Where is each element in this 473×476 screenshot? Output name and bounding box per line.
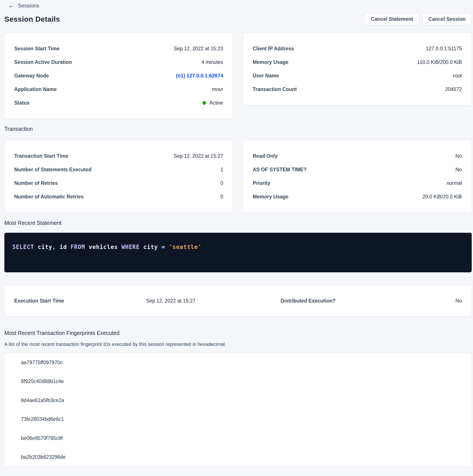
statement-execution-card: Execution Start TimeSep 12, 2022 at 15:2… bbox=[4, 285, 472, 316]
fingerprints-description: A list of the most recent transaction fi… bbox=[4, 341, 472, 347]
distributed-execution-pair: Distributed Execution?No bbox=[281, 298, 462, 304]
fingerprint-id: 8f920c40d88b1c4e bbox=[5, 372, 472, 391]
card-row: Memory Usage20.0 KiB/20.0 KiB bbox=[253, 190, 462, 204]
row-label: Read Only bbox=[253, 153, 277, 159]
row-label: Gateway Node bbox=[14, 73, 49, 79]
row-value: 110.0 KiB/200.0 KiB bbox=[417, 59, 462, 65]
row-label: Transaction Start Time bbox=[14, 153, 68, 159]
card-row: AS OF SYSTEM TIME?No bbox=[253, 163, 462, 176]
card-row: Memory Usage110.0 KiB/200.0 KiB bbox=[253, 55, 462, 69]
fingerprints-card: aa79775ff097970c8f920c40d88b1c4e8d4ae61a… bbox=[4, 353, 472, 467]
card-row: Prioritynormal bbox=[253, 176, 462, 190]
section-title-transaction: Transaction bbox=[4, 126, 472, 132]
sql-token: vehicles bbox=[85, 244, 122, 250]
row-label: Number of Automatic Retries bbox=[14, 194, 83, 200]
card-row: Number of Retries0 bbox=[14, 176, 223, 190]
back-link-label: Sessions bbox=[18, 3, 39, 9]
row-label: Client IP Address bbox=[253, 46, 294, 52]
row-label: Priority bbox=[253, 180, 270, 186]
card-row: Number of Statements Executed1 bbox=[14, 163, 223, 176]
card-row: Session Start TimeSep 12, 2022 at 15:23 bbox=[14, 42, 223, 55]
sql-token: SELECT bbox=[12, 244, 34, 250]
execution-start-pair: Execution Start TimeSep 12, 2022 at 15:2… bbox=[14, 298, 196, 304]
overview-section: Session Start TimeSep 12, 2022 at 15:23S… bbox=[4, 33, 472, 119]
transaction-details-card: Transaction Start TimeSep 12, 2022 at 15… bbox=[4, 140, 233, 213]
session-details-page: ← Sessions Session Details Cancel Statem… bbox=[4, 0, 472, 467]
cancel-session-button[interactable]: Cancel Session bbox=[422, 13, 472, 25]
row-value: 0 bbox=[220, 194, 223, 200]
card-row: Read OnlyNo bbox=[253, 149, 462, 163]
status-label: Active bbox=[209, 100, 223, 106]
sql-token: city, id bbox=[34, 244, 71, 250]
row-value: No bbox=[456, 298, 462, 304]
row-label: Session Active Duration bbox=[14, 59, 72, 65]
row-value: No bbox=[456, 167, 462, 173]
card-row: Transaction Count204572 bbox=[253, 83, 462, 96]
row-value: Sep 12, 2022 at 15:27 bbox=[146, 298, 196, 304]
card-row: Client IP Address127.0.0.1:51175 bbox=[253, 42, 462, 55]
row-value: No bbox=[456, 153, 462, 159]
fingerprint-id: aa79775ff097970c bbox=[5, 353, 472, 372]
gateway-node-link[interactable]: (n1) 127.0.0.1:62674 bbox=[176, 73, 223, 79]
row-label: AS OF SYSTEM TIME? bbox=[253, 167, 307, 173]
row-value: 0 bbox=[220, 180, 223, 186]
row-label: Number of Statements Executed bbox=[14, 167, 92, 173]
sql-token: 'seattle' bbox=[169, 244, 201, 250]
header-actions: Cancel Statement Cancel Session bbox=[365, 13, 472, 25]
status-dot-icon bbox=[202, 101, 206, 105]
row-label: Session Start Time bbox=[14, 46, 59, 52]
card-row: Number of Automatic Retries0 bbox=[14, 190, 223, 204]
sql-token: FROM bbox=[70, 244, 85, 250]
sql-token: city = bbox=[140, 244, 169, 250]
fingerprint-id: be06e9570f785c9f bbox=[5, 429, 472, 448]
row-value: 204572 bbox=[445, 86, 462, 92]
fingerprint-id: ba2b203b823296de bbox=[5, 448, 472, 467]
row-label: User Name bbox=[253, 73, 279, 79]
row-value: 1 bbox=[220, 167, 223, 173]
row-value: normal bbox=[447, 180, 462, 186]
card-row: Session Active Duration4 minutes bbox=[14, 55, 223, 69]
section-title-fingerprints: Most Recent Transaction Fingerprints Exe… bbox=[4, 330, 472, 336]
row-value: Sep 12, 2022 at 15:23 bbox=[174, 46, 223, 52]
back-arrow-icon: ← bbox=[8, 3, 15, 9]
row-value: movr bbox=[212, 86, 223, 92]
row-label: Transaction Count bbox=[253, 86, 297, 92]
row-label: Application Name bbox=[14, 86, 57, 92]
row-value: root bbox=[453, 73, 462, 79]
card-row: Gateway Node(n1) 127.0.0.1:62674 bbox=[14, 69, 223, 83]
row-label: Execution Start Time bbox=[14, 298, 64, 304]
row-label: Status bbox=[14, 100, 30, 106]
row-value: 4 minutes bbox=[201, 59, 223, 65]
row-label: Memory Usage bbox=[253, 59, 289, 65]
card-row: Application Namemovr bbox=[14, 83, 223, 96]
card-row: User Nameroot bbox=[253, 69, 462, 83]
transaction-section: Transaction Start TimeSep 12, 2022 at 15… bbox=[4, 140, 472, 213]
card-row: StatusActive bbox=[14, 96, 223, 110]
row-value: Sep 12, 2022 at 15:27 bbox=[174, 153, 223, 159]
back-link[interactable]: ← Sessions bbox=[8, 3, 39, 9]
sql-token: WHERE bbox=[122, 244, 140, 250]
session-status: Active bbox=[202, 100, 223, 106]
fingerprint-id: 8d4ae61a5fb3ce2a bbox=[5, 391, 472, 410]
row-value: 127.0.0.1:51175 bbox=[426, 46, 462, 52]
card-row: Execution Start TimeSep 12, 2022 at 15:2… bbox=[14, 298, 196, 304]
row-label: Memory Usage bbox=[253, 194, 289, 200]
session-info-card: Client IP Address127.0.0.1:51175Memory U… bbox=[243, 33, 472, 105]
session-overview-card: Session Start TimeSep 12, 2022 at 15:23S… bbox=[4, 33, 233, 119]
card-row: Distributed Execution?No bbox=[281, 298, 462, 304]
transaction-flags-card: Read OnlyNoAS OF SYSTEM TIME?NoPriorityn… bbox=[243, 140, 472, 213]
card-row: Transaction Start TimeSep 12, 2022 at 15… bbox=[14, 149, 223, 163]
sql-statement-box: SELECT city, id FROM vehicles WHERE city… bbox=[4, 233, 472, 272]
row-value: 20.0 KiB/20.0 KiB bbox=[423, 194, 462, 200]
row-label: Distributed Execution? bbox=[281, 298, 336, 304]
row-label: Number of Retries bbox=[14, 180, 58, 186]
cancel-statement-button[interactable]: Cancel Statement bbox=[365, 13, 419, 25]
fingerprint-id: 73fe26034bd6e6c1 bbox=[5, 410, 472, 429]
page-title: Session Details bbox=[4, 15, 60, 23]
page-header: Session Details Cancel Statement Cancel … bbox=[4, 13, 472, 25]
section-title-most-recent-statement: Most Recent Statement bbox=[4, 220, 472, 226]
